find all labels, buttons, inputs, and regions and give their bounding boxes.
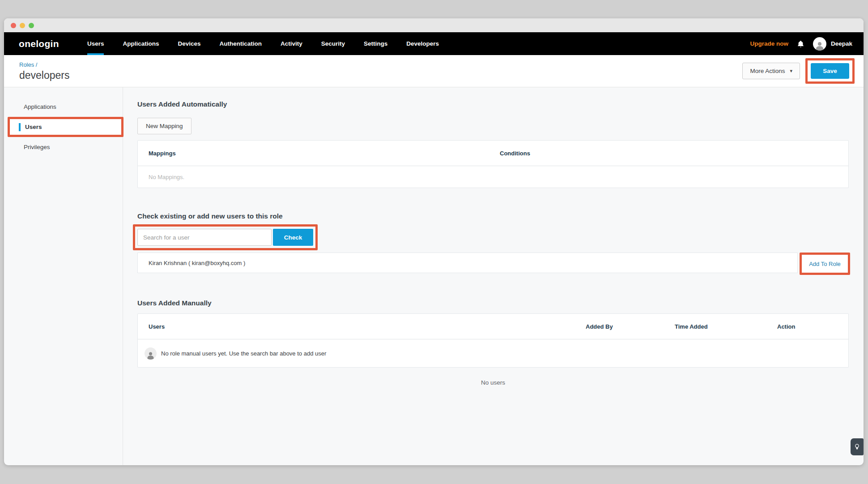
column-conditions: Conditions [500,150,848,157]
header-actions: More Actions ▾ Save [742,58,855,84]
mappings-empty-row: No Mappings. [138,166,848,188]
onelogin-logo[interactable]: onelogin [19,39,59,49]
window-titlebar [4,18,864,32]
annotation-box-add-to-role: Add To Role [800,253,850,275]
mappings-table-header: Mappings Conditions [138,141,848,166]
role-sidebar: Applications Users Privileges [4,87,123,465]
check-button[interactable]: Check [273,229,313,246]
add-to-role-link[interactable]: Add To Role [809,261,841,267]
users-added-automatically-title: Users Added Automatically [137,100,849,108]
primary-nav: Users Applications Devices Authenticatio… [78,32,448,55]
nav-item-authentication[interactable]: Authentication [210,32,271,55]
nav-item-users[interactable]: Users [78,32,114,55]
manual-users-table-header: Users Added By Time Added Action [138,314,848,339]
chevron-down-icon: ▾ [790,68,792,74]
breadcrumb-block: Roles / developers [19,61,70,81]
active-tab-tick-icon [19,123,21,131]
breadcrumb-roles-link[interactable]: Roles / [19,61,70,68]
sidebar-item-privileges[interactable]: Privileges [4,139,123,155]
nav-item-applications[interactable]: Applications [113,32,168,55]
annotation-box-users-tab: Users [8,117,123,137]
maximize-window-icon[interactable] [29,23,34,28]
column-added-by: Added By [586,323,675,330]
lightbulb-icon [854,443,860,451]
navbar-right-cluster: Upgrade now Deepak [750,37,852,51]
upgrade-now-link[interactable]: Upgrade now [750,40,788,47]
nav-item-settings[interactable]: Settings [354,32,397,55]
placeholder-user-avatar-icon [145,347,157,360]
main-content: Users Added Automatically New Mapping Ma… [123,87,864,465]
more-actions-button[interactable]: More Actions ▾ [742,63,800,79]
user-avatar-icon [813,37,826,51]
account-menu[interactable]: Deepak [813,37,852,51]
page-body: Applications Users Privileges Users Adde… [4,87,864,465]
column-time-added: Time Added [675,323,777,330]
nav-item-devices[interactable]: Devices [168,32,210,55]
page-title: developers [19,70,70,81]
search-result-user-label: Kiran Krishnan ( kiran@boxyhq.com ) [149,260,245,266]
mappings-table: Mappings Conditions No Mappings. [137,140,849,188]
search-result-row: Kiran Krishnan ( kiran@boxyhq.com ) [137,253,798,273]
search-user-input[interactable] [137,229,272,246]
notifications-bell-icon[interactable] [797,40,804,48]
close-window-icon[interactable] [11,23,16,28]
top-navbar: onelogin Users Applications Devices Auth… [4,32,864,55]
sidebar-item-users[interactable]: Users [10,119,121,135]
user-name-label: Deepak [831,40,852,47]
users-added-manually-title: Users Added Manually [137,299,849,307]
sidebar-item-users-label: Users [25,124,42,130]
check-users-title: Check existing or add new users to this … [137,212,849,220]
save-button[interactable]: Save [811,63,849,79]
desktop-background: onelogin Users Applications Devices Auth… [0,0,868,484]
no-users-label: No users [137,379,849,386]
sidebar-item-applications[interactable]: Applications [4,99,123,115]
search-result-section: Kiran Krishnan ( kiran@boxyhq.com ) Add … [137,253,849,275]
column-mappings: Mappings [149,150,500,157]
annotation-box-save: Save [805,58,855,84]
manual-users-table: Users Added By Time Added Action No role [137,313,849,368]
help-tab[interactable] [851,438,864,455]
column-users: Users [149,323,586,330]
nav-item-security[interactable]: Security [312,32,354,55]
manual-users-empty-text: No role manual users yet. Use the search… [161,350,326,357]
manual-users-empty-row: No role manual users yet. Use the search… [138,339,848,367]
nav-item-activity[interactable]: Activity [271,32,312,55]
browser-window: onelogin Users Applications Devices Auth… [4,18,864,465]
page-header: Roles / developers More Actions ▾ Save [4,55,864,87]
more-actions-label: More Actions [750,68,785,74]
new-mapping-button[interactable]: New Mapping [137,118,191,134]
column-action: Action [777,323,848,330]
minimize-window-icon[interactable] [20,23,25,28]
nav-item-developers[interactable]: Developers [397,32,448,55]
annotation-box-search: Check [133,224,318,250]
